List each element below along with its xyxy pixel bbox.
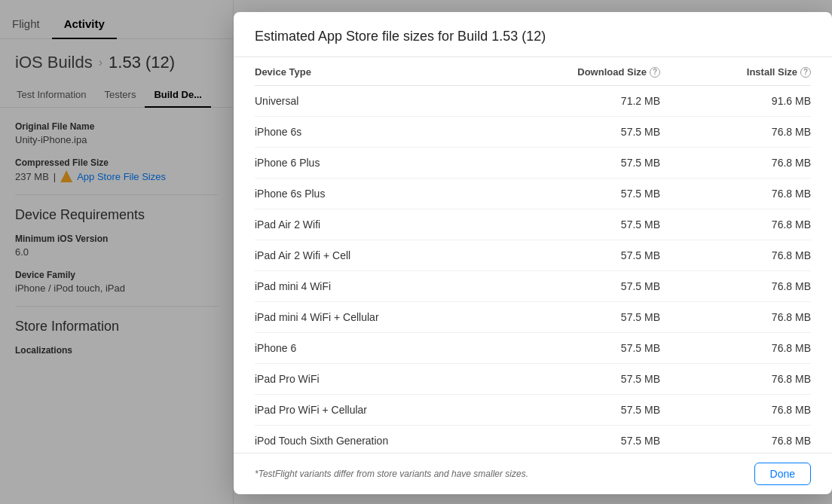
download-size-value: 57.5 MB	[509, 126, 660, 138]
table-row: iPad Air 2 Wifi + Cell 57.5 MB 76.8 MB	[255, 240, 811, 271]
download-size-value: 71.2 MB	[509, 95, 660, 107]
footer-note: *TestFlight variants differ from store v…	[255, 469, 528, 479]
install-size-help-icon[interactable]: ?	[800, 67, 811, 78]
install-size-value: 76.8 MB	[660, 188, 811, 200]
table-row: iPhone 6 57.5 MB 76.8 MB	[255, 333, 811, 364]
download-size-value: 57.5 MB	[509, 188, 660, 200]
install-size-value: 76.8 MB	[660, 404, 811, 416]
download-size-value: 57.5 MB	[509, 249, 660, 261]
device-name: iPad Air 2 Wifi + Cell	[255, 249, 509, 261]
table-row: iPad Pro WiFi 57.5 MB 76.8 MB	[255, 364, 811, 395]
install-size-value: 76.8 MB	[660, 218, 811, 231]
download-size-value: 57.5 MB	[509, 311, 660, 323]
modal-title: Estimated App Store file sizes for Build…	[255, 29, 811, 44]
file-sizes-modal: Estimated App Store file sizes for Build…	[234, 12, 832, 494]
device-name: iPad mini 4 WiFi + Cellular	[255, 311, 509, 323]
table-row: Universal 71.2 MB 91.6 MB	[255, 86, 811, 117]
device-name: iPhone 6	[255, 342, 509, 354]
install-size-value: 76.8 MB	[660, 249, 811, 261]
table-row: iPad mini 4 WiFi 57.5 MB 76.8 MB	[255, 271, 811, 302]
table-row: iPod Touch Sixth Generation 57.5 MB 76.8…	[255, 426, 811, 453]
download-size-help-icon[interactable]: ?	[650, 67, 660, 78]
table-row: iPad Pro WiFi + Cellular 57.5 MB 76.8 MB	[255, 395, 811, 426]
table-row: iPhone 6 Plus 57.5 MB 76.8 MB	[255, 148, 811, 179]
col-device-type: Device Type	[255, 66, 509, 78]
device-name: iPad mini 4 WiFi	[255, 280, 509, 292]
download-size-value: 57.5 MB	[509, 218, 660, 231]
table-row: iPad mini 4 WiFi + Cellular 57.5 MB 76.8…	[255, 302, 811, 333]
download-size-value: 57.5 MB	[509, 404, 660, 416]
modal-header: Estimated App Store file sizes for Build…	[234, 12, 832, 57]
device-name: Universal	[255, 95, 509, 107]
table-header: Device Type Download Size ? Install Size…	[255, 57, 811, 86]
install-size-value: 76.8 MB	[660, 342, 811, 354]
download-size-value: 57.5 MB	[509, 342, 660, 354]
modal-table: Device Type Download Size ? Install Size…	[234, 57, 832, 453]
device-name: iPad Pro WiFi + Cellular	[255, 404, 509, 416]
device-name: iPhone 6s Plus	[255, 188, 509, 200]
install-size-value: 91.6 MB	[660, 95, 811, 107]
install-size-value: 76.8 MB	[660, 280, 811, 292]
table-rows-container: Universal 71.2 MB 91.6 MB iPhone 6s 57.5…	[255, 86, 811, 453]
device-name: iPad Pro WiFi	[255, 373, 509, 385]
download-size-value: 57.5 MB	[509, 280, 660, 292]
col-install-size: Install Size ?	[660, 66, 811, 78]
device-name: iPhone 6s	[255, 126, 509, 138]
download-size-value: 57.5 MB	[509, 373, 660, 385]
table-row: iPad Air 2 Wifi 57.5 MB 76.8 MB	[255, 209, 811, 240]
device-name: iPod Touch Sixth Generation	[255, 435, 509, 447]
install-size-value: 76.8 MB	[660, 126, 811, 138]
install-size-value: 76.8 MB	[660, 373, 811, 385]
device-name: iPad Air 2 Wifi	[255, 218, 509, 231]
device-name: iPhone 6 Plus	[255, 157, 509, 169]
done-button[interactable]: Done	[754, 463, 811, 485]
modal-footer: *TestFlight variants differ from store v…	[234, 453, 832, 494]
download-size-value: 57.5 MB	[509, 157, 660, 169]
install-size-value: 76.8 MB	[660, 157, 811, 169]
download-size-value: 57.5 MB	[509, 435, 660, 447]
table-row: iPhone 6s 57.5 MB 76.8 MB	[255, 117, 811, 148]
install-size-value: 76.8 MB	[660, 435, 811, 447]
install-size-value: 76.8 MB	[660, 311, 811, 323]
table-row: iPhone 6s Plus 57.5 MB 76.8 MB	[255, 179, 811, 209]
col-download-size: Download Size ?	[509, 66, 660, 78]
